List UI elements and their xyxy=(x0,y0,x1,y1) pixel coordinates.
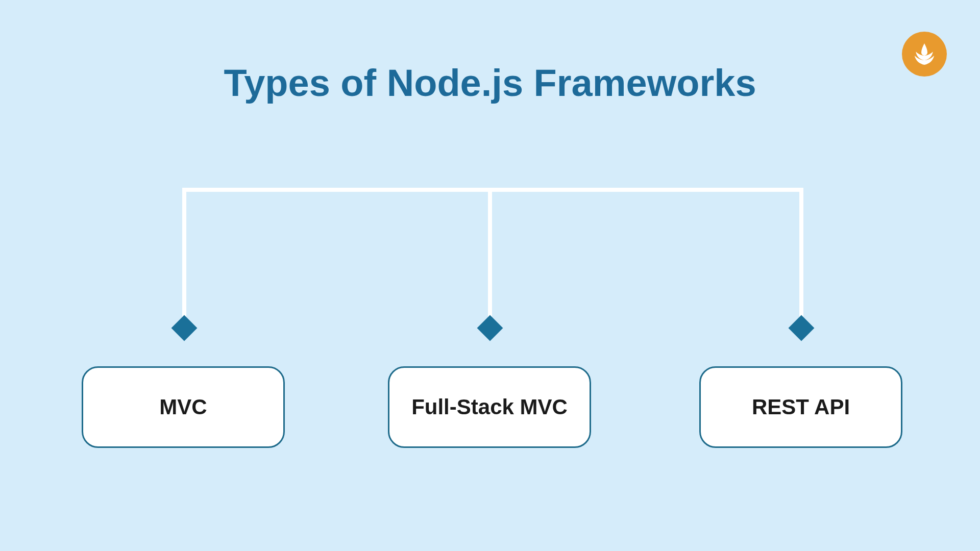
vertical-connector-center xyxy=(488,188,492,320)
category-card-fullstack-mvc: Full-Stack MVC xyxy=(388,366,591,448)
category-label: MVC xyxy=(159,395,207,419)
framework-diagram: MVC Full-Stack MVC REST API xyxy=(82,188,898,468)
vertical-connector-left xyxy=(182,188,186,320)
horizontal-connector xyxy=(184,188,801,192)
page-title: Types of Node.js Frameworks xyxy=(224,61,756,105)
vertical-connector-right xyxy=(799,188,803,320)
category-label: REST API xyxy=(752,395,850,419)
lotus-flame-icon xyxy=(909,39,940,69)
category-label: Full-Stack MVC xyxy=(411,395,568,419)
category-card-rest-api: REST API xyxy=(699,366,902,448)
category-card-mvc: MVC xyxy=(82,366,285,448)
logo-badge xyxy=(902,32,947,77)
